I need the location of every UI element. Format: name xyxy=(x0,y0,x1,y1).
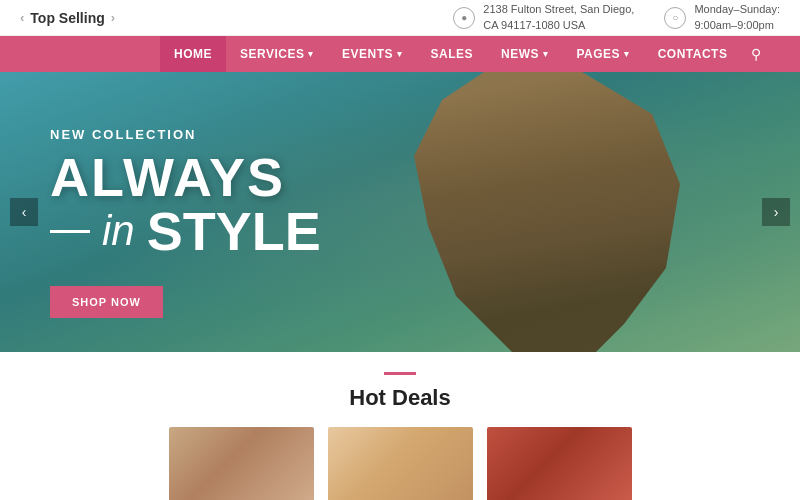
deal-card-1[interactable] xyxy=(169,427,314,500)
hero-subtitle: NEW COLLECTION xyxy=(50,127,321,142)
caret-icon: ▾ xyxy=(624,49,630,59)
hours-text: Monday–Sunday: 9:00am–9:00pm xyxy=(694,2,780,33)
hours-line1: Monday–Sunday: xyxy=(694,2,780,17)
address-line2: CA 94117-1080 USA xyxy=(483,18,634,33)
top-bar-right: ● 2138 Fulton Street, San Diego, CA 9411… xyxy=(453,2,780,33)
nav-item-sales[interactable]: SALES xyxy=(416,36,487,72)
hot-deals-title: Hot Deals xyxy=(160,385,640,411)
caret-icon: ▾ xyxy=(397,49,403,59)
hero-title-italic: in xyxy=(102,210,135,252)
nav-items: HOME SERVICES ▾ EVENTS ▾ SALES NEWS ▾ PA… xyxy=(160,36,741,72)
nav-item-events[interactable]: EVENTS ▾ xyxy=(328,36,417,72)
hot-deals-divider xyxy=(384,372,416,375)
hours-info: ○ Monday–Sunday: 9:00am–9:00pm xyxy=(664,2,780,33)
address-line1: 2138 Fulton Street, San Diego, xyxy=(483,2,634,17)
hero-title-bold: STYLE xyxy=(147,204,321,258)
nav-item-services[interactable]: SERVICES ▾ xyxy=(226,36,328,72)
dash-decoration xyxy=(50,230,90,233)
caret-icon: ▾ xyxy=(308,49,314,59)
nav-item-contacts[interactable]: CONTACTS xyxy=(644,36,742,72)
search-button[interactable]: ⚲ xyxy=(741,46,771,62)
next-arrow[interactable]: › xyxy=(111,10,115,25)
deal-card-3[interactable] xyxy=(487,427,632,500)
top-bar-left: ‹ Top Selling › xyxy=(20,10,115,26)
hours-line2: 9:00am–9:00pm xyxy=(694,18,780,33)
hero-content: NEW COLLECTION ALWAYS in STYLE SHOP NOW xyxy=(50,127,321,318)
clock-icon: ○ xyxy=(664,7,686,29)
top-bar: ‹ Top Selling › ● 2138 Fulton Street, Sa… xyxy=(0,0,800,36)
hero-prev-arrow[interactable]: ‹ xyxy=(10,198,38,226)
address-info: ● 2138 Fulton Street, San Diego, CA 9411… xyxy=(453,2,634,33)
address-text: 2138 Fulton Street, San Diego, CA 94117-… xyxy=(483,2,634,33)
nav-item-pages[interactable]: PAGES ▾ xyxy=(563,36,644,72)
hero-title-line2: in STYLE xyxy=(50,204,321,258)
brand-name: Top Selling xyxy=(30,10,104,26)
nav-item-news[interactable]: NEWS ▾ xyxy=(487,36,563,72)
hot-deals-section: Hot Deals xyxy=(0,352,800,500)
hero-next-arrow[interactable]: › xyxy=(762,198,790,226)
hero-title-line1: ALWAYS xyxy=(50,150,321,204)
hot-deals-grid xyxy=(160,427,640,500)
deal-card-2[interactable] xyxy=(328,427,473,500)
caret-icon: ▾ xyxy=(543,49,549,59)
shop-now-button[interactable]: SHOP NOW xyxy=(50,286,163,318)
location-icon: ● xyxy=(453,7,475,29)
hero-section: NEW COLLECTION ALWAYS in STYLE SHOP NOW … xyxy=(0,72,800,352)
prev-arrow[interactable]: ‹ xyxy=(20,10,24,25)
nav-item-home[interactable]: HOME xyxy=(160,36,226,72)
brand-nav[interactable]: ‹ Top Selling › xyxy=(20,10,115,26)
main-nav: HOME SERVICES ▾ EVENTS ▾ SALES NEWS ▾ PA… xyxy=(0,36,800,72)
